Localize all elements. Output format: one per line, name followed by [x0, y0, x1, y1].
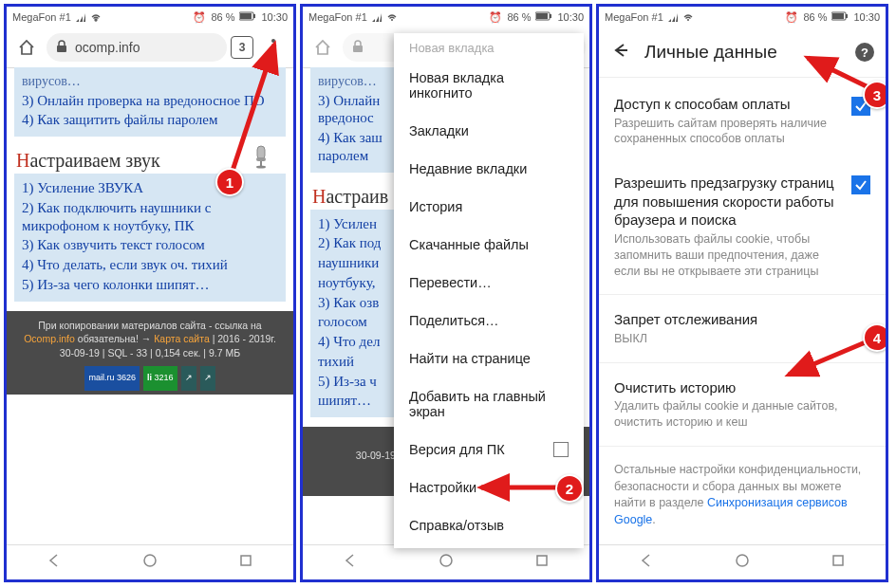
battery-pct: 86 % [211, 11, 234, 23]
link[interactable]: 3) Онлайн проверка на вредоносное ПО [22, 92, 278, 110]
menu-item-share[interactable]: Поделиться… [394, 302, 584, 340]
home-nav-icon[interactable] [142, 553, 158, 572]
pref-do-not-track[interactable]: Запрет отслеживания ВЫКЛ [599, 297, 886, 359]
url-field[interactable]: ocomp.info [47, 33, 227, 62]
svg-point-22 [687, 19, 689, 21]
url-bar: ocomp.info 3 [7, 28, 293, 67]
back-icon[interactable] [343, 553, 358, 572]
screenshot-3: MegaFon #1 ⏰ 86 % 10:30 Личные данные ? … [596, 4, 888, 582]
signal-icon [372, 12, 382, 22]
lock-icon [352, 40, 364, 56]
nav-bar [599, 544, 886, 579]
svg-rect-2 [253, 14, 255, 18]
screenshot-1: MegaFon #1 ⏰ 86 % 10:30 ocomp.info 3 вир… [4, 4, 296, 582]
link[interactable]: 4) Что делать, если звук оч. тихий [22, 256, 278, 274]
svg-point-6 [271, 52, 275, 56]
back-icon[interactable] [639, 553, 654, 572]
counter-badge: li 3216 [143, 366, 177, 391]
recent-icon[interactable] [831, 553, 846, 572]
tab-count[interactable]: 3 [231, 36, 253, 59]
recent-icon[interactable] [238, 553, 253, 572]
menu-item-add-home[interactable]: Добавить на главный экран [394, 377, 584, 431]
privacy-info: Остальные настройки конфиденциальности, … [599, 449, 886, 542]
link[interactable]: 3) Как озвучить текст голосом [22, 236, 278, 254]
svg-point-4 [271, 39, 275, 43]
callout-1: 1 [215, 168, 244, 196]
home-icon[interactable] [10, 31, 43, 64]
menu-item-history[interactable]: История [394, 188, 584, 226]
svg-point-5 [271, 46, 275, 49]
back-arrow-icon[interactable] [610, 41, 629, 64]
callout-2: 2 [555, 474, 584, 503]
svg-rect-12 [241, 556, 251, 565]
counter-badge: ↗ [181, 366, 196, 391]
menu-item-downloads[interactable]: Скачанные файлы [394, 226, 584, 264]
signal-icon [76, 12, 85, 22]
svg-point-26 [737, 555, 748, 566]
screenshot-2: MegaFon #1 ⏰ 86 % 10:30 вирусов… 3) Онла… [300, 4, 592, 582]
url-text: ocomp.info [75, 40, 140, 55]
link[interactable]: 4) Как защитить файлы паролем [22, 111, 278, 129]
pref-preload[interactable]: Разрешить предзагрузку страниц для повыш… [599, 160, 886, 292]
svg-rect-8 [256, 157, 266, 161]
app-bar: Личные данные ? [599, 28, 886, 78]
callout-4: 4 [863, 323, 888, 352]
counter-badge: ↗ [200, 366, 215, 391]
battery-icon [535, 11, 552, 23]
menu-dots-icon[interactable] [257, 31, 289, 64]
settings-list[interactable]: Доступ к способам оплаты Разрешить сайта… [599, 78, 886, 545]
svg-rect-24 [832, 13, 844, 19]
back-icon[interactable] [47, 553, 62, 572]
wifi-icon [90, 12, 102, 22]
carrier-label: MegaFon #1 [12, 11, 71, 23]
battery-icon [831, 11, 849, 23]
menu-item-recent-tabs[interactable]: Недавние вкладки [394, 150, 584, 188]
menu-item-translate[interactable]: Перевести… [394, 264, 584, 302]
checkbox-icon[interactable] [553, 442, 569, 457]
overflow-menu: Новая вкладка Новая вкладка инкогнито За… [394, 33, 584, 548]
status-bar: MegaFon #1 ⏰ 86 % 10:30 [599, 7, 886, 28]
link[interactable]: 2) Как подключить наушники с микрофоном … [22, 199, 278, 235]
site-footer: При копировании материалов сайта - ссылк… [7, 311, 293, 395]
svg-rect-7 [257, 146, 265, 159]
page-content[interactable]: вирусов… 3) Онлайн проверка на вредоносн… [7, 67, 293, 545]
menu-item-find[interactable]: Найти на странице [394, 340, 584, 377]
recent-icon[interactable] [534, 553, 550, 572]
menu-item-help[interactable]: Справка/отзыв [394, 506, 584, 544]
svg-rect-17 [550, 14, 551, 18]
lock-icon [56, 40, 67, 56]
home-nav-icon[interactable] [439, 553, 454, 572]
status-bar: MegaFon #1 ⏰ 86 % 10:30 [7, 7, 293, 28]
section-heading: Настраиваем звук [16, 150, 286, 172]
home-icon[interactable] [307, 31, 339, 64]
svg-rect-20 [537, 556, 547, 565]
menu-item-bookmarks[interactable]: Закладки [394, 112, 584, 150]
menu-item-desktop[interactable]: Версия для ПК [394, 431, 584, 469]
page-title: Личные данные [644, 42, 840, 63]
link[interactable]: вирусов… [22, 73, 278, 90]
checkbox-checked-icon[interactable] [851, 175, 870, 194]
svg-rect-3 [57, 46, 66, 52]
wifi-icon [682, 12, 694, 22]
menu-item-incognito[interactable]: Новая вкладка инкогнито [394, 59, 584, 112]
svg-rect-25 [846, 14, 848, 18]
pref-clear-history[interactable]: Очистить историю Удалить файлы cookie и … [599, 365, 886, 444]
status-bar: MegaFon #1 ⏰ 86 % 10:30 [303, 7, 589, 28]
nav-bar [303, 544, 589, 579]
home-nav-icon[interactable] [735, 553, 750, 572]
svg-point-10 [256, 166, 266, 169]
link[interactable]: 5) Из-за чего колонки шипят… [22, 276, 278, 294]
battery-icon [239, 11, 256, 23]
menu-item-new-tab[interactable]: Новая вкладка [394, 37, 584, 59]
clock: 10:30 [261, 11, 288, 23]
svg-rect-1 [240, 13, 252, 19]
microphone-icon [250, 142, 276, 174]
signal-icon [668, 12, 678, 22]
nav-bar [7, 544, 293, 579]
pref-payment-access[interactable]: Доступ к способам оплаты Разрешить сайта… [599, 82, 886, 160]
callout-3: 3 [863, 81, 888, 109]
help-icon[interactable]: ? [855, 43, 874, 62]
alarm-icon: ⏰ [193, 11, 206, 24]
svg-rect-27 [833, 556, 843, 565]
counter-badge: mail.ru 3626 [84, 366, 140, 391]
